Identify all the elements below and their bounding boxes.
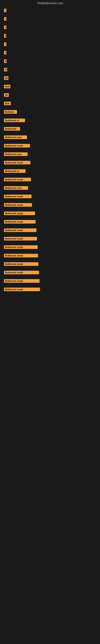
bar-label-31: Bottleneck result (4, 262, 38, 266)
bar-row-30: Bottleneck result (2, 253, 98, 258)
bar-label-13: Bottlene (4, 110, 17, 114)
bar-label-24: Bottleneck result (4, 203, 32, 207)
bar-row-25: Bottleneck result (2, 210, 98, 216)
bar-label-4: B (4, 34, 6, 38)
bar-row-29: Bottleneck result (2, 244, 98, 250)
bar-label-32: Bottleneck result (4, 271, 39, 274)
bar-label-33: Bottleneck result (4, 279, 40, 283)
bar-label-6: I (4, 51, 6, 54)
bar-row-17: Bottleneck result (2, 143, 98, 148)
bar-label-14: Bottleneck re (4, 118, 25, 122)
bar-label-1: | (4, 9, 6, 12)
bar-label-22: Bottleneck resu (4, 186, 28, 190)
bar-row-13: Bottlene (2, 109, 98, 115)
bar-row-21: Bottleneck result (2, 177, 98, 182)
bar-row-19: Bottleneck result (2, 160, 98, 166)
site-title: TheBottlenecker.com (0, 0, 100, 6)
bar-label-12: Bott (4, 102, 11, 105)
bar-row-3: I (2, 24, 98, 30)
bar-row-18: Bottleneck resu (2, 151, 98, 157)
bar-label-10: Bott (4, 85, 10, 88)
bar-row-14: Bottleneck re (2, 118, 98, 123)
bar-label-7: B (4, 59, 7, 63)
bar-label-11: Bo (4, 93, 9, 97)
bar-label-5: I (4, 42, 6, 46)
bar-label-19: Bottleneck result (4, 161, 30, 164)
bar-label-30: Bottleneck result (4, 254, 38, 258)
bar-label-34: Bottleneck result (4, 288, 40, 291)
bar-row-1: | (2, 8, 98, 13)
bar-row-15: Bottleneck (2, 126, 98, 132)
bar-label-2: I (4, 17, 6, 21)
bar-label-23: Bottleneck result (4, 194, 32, 198)
bar-label-9: Bo (4, 76, 8, 80)
bar-row-33: Bottleneck result (2, 278, 98, 284)
bar-label-28: Bottleneck result (4, 237, 37, 240)
bar-row-2: I (2, 16, 98, 22)
bar-label-3: I (4, 26, 6, 29)
bar-row-32: Bottleneck result (2, 270, 98, 275)
bar-label-18: Bottleneck resu (4, 152, 28, 156)
bar-row-6: I (2, 50, 98, 56)
bar-row-24: Bottleneck result (2, 202, 98, 208)
bar-row-20: Bottleneck re (2, 168, 98, 174)
bar-row-10: Bott (2, 84, 98, 89)
bar-row-9: Bo (2, 75, 98, 81)
bar-row-11: Bo (2, 92, 98, 98)
bar-label-21: Bottleneck result (4, 178, 31, 181)
bar-row-23: Bottleneck result (2, 194, 98, 199)
bar-row-31: Bottleneck result (2, 261, 98, 267)
bar-row-7: B (2, 58, 98, 64)
bar-label-16: Bottleneck resu (4, 136, 27, 139)
bar-row-26: Bottleneck result (2, 219, 98, 224)
bar-label-27: Bottleneck result (4, 228, 36, 232)
bar-row-8: B (2, 67, 98, 72)
bar-row-28: Bottleneck result (2, 236, 98, 242)
bar-label-17: Bottleneck result (4, 144, 30, 148)
bar-row-22: Bottleneck resu (2, 185, 98, 191)
bar-row-5: I (2, 42, 98, 47)
bar-label-20: Bottleneck re (4, 169, 26, 173)
bar-label-26: Bottleneck result (4, 220, 36, 224)
bar-row-27: Bottleneck result (2, 228, 98, 233)
bar-row-16: Bottleneck resu (2, 134, 98, 140)
bar-label-29: Bottleneck result (4, 245, 38, 249)
bar-label-8: B (4, 68, 7, 72)
bar-row-12: Bott (2, 100, 98, 106)
bar-row-34: Bottleneck result (2, 286, 98, 292)
bar-row-4: B (2, 33, 98, 39)
bar-label-15: Bottleneck (4, 127, 20, 130)
bar-label-25: Bottleneck result (4, 212, 35, 215)
chart-area: |IIBIIBBBoBottBoBottBottleneBottleneck r… (0, 6, 100, 292)
